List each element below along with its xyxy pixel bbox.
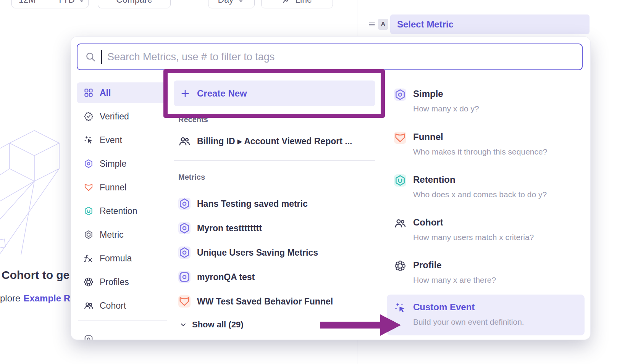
metric-item[interactable]: Unique Users Saving Metrics xyxy=(178,246,318,259)
cohort-people-icon xyxy=(178,135,191,147)
profiles-flower-icon xyxy=(84,277,94,287)
cohort-people-icon xyxy=(84,301,94,311)
create-new-label: Create New xyxy=(197,88,247,99)
metric-type-desc: Build your own event definition. xyxy=(413,317,524,327)
category-label: Retention xyxy=(100,206,137,216)
recent-item-billing[interactable]: Billing ID ▸ Account Viewed Report ... xyxy=(178,135,352,147)
funnel-icon xyxy=(394,132,406,144)
custom-event-row[interactable]: Custom Event Build your own event defini… xyxy=(394,302,524,327)
category-profiles[interactable]: Profiles xyxy=(77,272,168,292)
chevron-down-icon xyxy=(179,321,187,329)
section-divider xyxy=(174,160,375,161)
metrics-header: Metrics xyxy=(178,173,205,182)
range-ytd-button[interactable]: YTD xyxy=(50,0,92,8)
column-divider xyxy=(384,82,384,337)
metric-item[interactable]: Hans Testing saved metric xyxy=(178,198,308,210)
simple-hexagon-icon xyxy=(84,159,94,169)
range-ytd-label: YTD xyxy=(57,0,75,5)
grid-icon xyxy=(84,88,94,98)
custom-event-icon xyxy=(394,302,406,314)
chart-type-button[interactable]: Line xyxy=(261,0,333,8)
example-link[interactable]: Example R xyxy=(23,293,70,303)
metric-item-label: Hans Testing saved metric xyxy=(197,199,308,209)
verified-badge-icon xyxy=(84,111,94,121)
caret-down-icon xyxy=(78,0,86,5)
category-label: All xyxy=(100,88,111,98)
metric-type-profile[interactable]: Profile How many x are there? xyxy=(394,260,496,285)
search-icon xyxy=(85,52,96,62)
metric-type-custom-event[interactable]: Custom Event Build your own event defini… xyxy=(387,295,585,335)
granularity-button[interactable]: Day xyxy=(208,0,255,8)
category-metric[interactable]: Metric xyxy=(77,224,168,245)
metric-type-title: Cohort xyxy=(413,217,534,228)
metric-type-retention[interactable]: Retention Who does x and comes back to d… xyxy=(394,174,547,199)
retention-icon xyxy=(394,174,406,187)
range-12m-button[interactable]: 12M xyxy=(12,0,43,8)
metric-item-label: Myron testttttttt xyxy=(197,223,262,234)
category-formula[interactable]: Formula xyxy=(77,248,168,269)
explore-text-fragment: plore xyxy=(0,293,20,303)
compare-button[interactable]: Compare xyxy=(98,0,171,8)
select-metric-button[interactable]: Select Metric xyxy=(390,14,590,34)
metric-type-desc: Who makes it through this sequence? xyxy=(413,147,547,156)
metric-item[interactable]: WW Test Saved Behavior Funnel xyxy=(178,295,333,308)
metric-picker-modal: All Verified Event Simple Funnel Retenti… xyxy=(71,37,590,340)
category-label: Profiles xyxy=(100,277,129,287)
metric-item-label: WW Test Saved Behavior Funnel xyxy=(197,296,333,307)
range-12m-label: 12M xyxy=(19,0,36,5)
category-simple[interactable]: Simple xyxy=(77,153,168,174)
app-canvas: 12M YTD Compare Day Line A Select Metric… xyxy=(0,0,617,364)
granularity-label: Day xyxy=(218,0,234,5)
simple-hexagon-icon xyxy=(178,222,191,234)
category-cohort[interactable]: Cohort xyxy=(77,295,168,316)
metric-type-desc: How many users match x criteria? xyxy=(413,233,534,242)
category-label: Cohort xyxy=(100,301,126,311)
metric-badge: A xyxy=(378,19,388,30)
simple-hexagon-icon xyxy=(394,89,406,101)
background-headline: Cohort to ge xyxy=(2,269,69,282)
category-label: Funnel xyxy=(100,182,126,193)
category-label: Simple xyxy=(100,159,126,169)
metric-type-title: Profile xyxy=(413,260,496,271)
drag-handle-icon[interactable] xyxy=(368,20,376,29)
show-all-label: Show all (29) xyxy=(192,320,243,330)
formula-fx-icon xyxy=(84,253,94,263)
clipped-category-icon xyxy=(84,334,94,340)
simple-square-icon xyxy=(178,271,191,283)
metric-type-title: Retention xyxy=(413,174,547,185)
category-label: Event xyxy=(100,135,122,145)
search-field[interactable] xyxy=(77,43,583,70)
date-range-segmented-control[interactable]: 12M YTD xyxy=(11,0,89,8)
show-all-button[interactable]: Show all (29) xyxy=(179,320,243,330)
category-retention[interactable]: Retention xyxy=(77,201,168,221)
metric-type-desc: How many x are there? xyxy=(413,275,496,285)
metric-type-desc: How many x do y? xyxy=(413,104,479,113)
metric-item[interactable]: myronQA test xyxy=(178,271,255,283)
event-sparkle-icon xyxy=(84,135,94,145)
metric-type-cohort[interactable]: Cohort How many users match x criteria? xyxy=(394,217,534,242)
cohort-people-icon xyxy=(394,217,406,229)
category-label: Formula xyxy=(100,253,132,264)
metric-item-label: Unique Users Saving Metrics xyxy=(197,248,318,258)
search-input[interactable] xyxy=(107,51,574,63)
category-verified[interactable]: Verified xyxy=(77,106,168,127)
category-event[interactable]: Event xyxy=(77,130,168,150)
background-explore-text: ploreExample R xyxy=(0,293,70,304)
select-metric-label: Select Metric xyxy=(397,19,454,30)
create-new-button[interactable]: Create New xyxy=(174,81,375,106)
metric-type-title: Simple xyxy=(413,89,479,99)
caret-down-icon xyxy=(237,0,245,5)
metric-item-label: myronQA test xyxy=(197,272,255,282)
compare-label: Compare xyxy=(116,0,152,5)
profiles-flower-icon xyxy=(394,260,406,272)
text-cursor xyxy=(101,50,102,64)
metric-item[interactable]: Myron testttttttt xyxy=(178,222,262,234)
category-funnel[interactable]: Funnel xyxy=(77,177,168,198)
metric-type-simple[interactable]: Simple How many x do y? xyxy=(394,89,479,113)
funnel-icon xyxy=(178,295,191,308)
category-all[interactable]: All xyxy=(77,82,168,103)
metric-type-title: Custom Event xyxy=(413,302,524,312)
line-chart-icon xyxy=(282,0,291,5)
recent-item-label: Billing ID ▸ Account Viewed Report ... xyxy=(197,136,352,147)
metric-type-funnel[interactable]: Funnel Who makes it through this sequenc… xyxy=(394,132,547,156)
